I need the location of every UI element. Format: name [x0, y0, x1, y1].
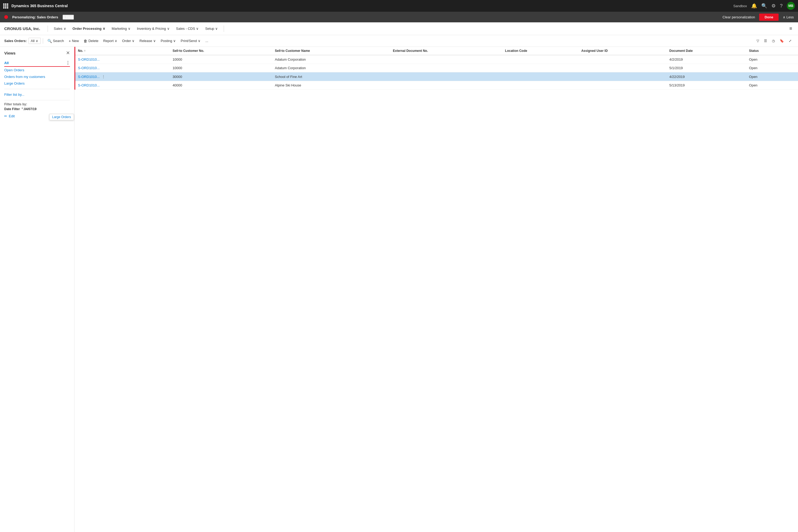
cell-ext-doc-no — [390, 55, 502, 64]
th-document-date[interactable]: Document Date — [667, 47, 746, 55]
cell-status: Open — [746, 72, 798, 81]
sidebar-item-open-orders[interactable]: Open Orders — [4, 67, 70, 73]
nav-item-inventory-pricing[interactable]: Inventory & Pricing ∨ — [134, 25, 172, 32]
cell-sell-to-no: 40000 — [170, 81, 272, 90]
filter-icon: ▽ — [757, 39, 759, 43]
personalizing-text: Personalizing: Sales Orders — [12, 15, 58, 19]
chevron-down-icon: ∨ — [36, 39, 38, 43]
table-row[interactable]: S-ORD1010... 10000 Adatum Corporation 4/… — [75, 55, 798, 64]
done-button[interactable]: Done — [759, 14, 779, 21]
sidebar-header: Views ✕ — [4, 50, 70, 56]
cell-assigned-user-id — [578, 72, 667, 81]
sidebar-close-button[interactable]: ✕ — [66, 50, 70, 56]
cell-sell-to-no: 10000 — [170, 55, 272, 64]
chevron-icon: ∨ — [63, 26, 66, 31]
nav-item-order-processing[interactable]: Order Processing ∨ — [70, 25, 108, 32]
cell-no: S-ORD1010... — [75, 64, 170, 72]
bell-icon[interactable]: 🔔 — [751, 3, 757, 9]
clock-icon-button[interactable]: ◷ — [770, 38, 777, 44]
personalizing-right: Clear personalization Done ∧ Less — [722, 14, 794, 21]
personalizing-bar: Personalizing: Sales Orders + Field Clea… — [0, 12, 798, 22]
order-link-0[interactable]: S-ORD1010... — [78, 57, 100, 61]
app-grid-icon[interactable] — [3, 3, 8, 8]
bookmark-icon: 🔖 — [780, 39, 784, 43]
order-button[interactable]: Order ∨ — [120, 38, 137, 44]
th-sell-to-name[interactable]: Sell-to Customer Name — [272, 47, 390, 55]
cell-sell-to-no: 10000 — [170, 64, 272, 72]
bookmark-icon-button[interactable]: 🔖 — [778, 38, 786, 44]
more-button[interactable]: ... — [203, 38, 210, 44]
app-title: Dynamics 365 Business Central — [12, 4, 730, 8]
search-icon-btn: 🔍 — [48, 39, 52, 43]
cell-assigned-user-id — [578, 55, 667, 64]
gear-icon[interactable]: ⚙ — [772, 3, 776, 9]
filter-totals-label: Filter totals by: — [4, 102, 70, 106]
list-view-button[interactable]: ☰ — [762, 38, 769, 44]
sidebar-item-dots-all[interactable]: ⋮ — [66, 60, 70, 65]
th-status[interactable]: Status — [746, 47, 798, 55]
sidebar: Views ✕ All ⋮ Open Orders Orders from my… — [0, 47, 75, 532]
action-divider-1 — [43, 38, 43, 44]
chevron-icon-marketing: ∨ — [128, 26, 131, 31]
new-button[interactable]: + New — [66, 38, 81, 44]
chevron-icon-setup: ∨ — [215, 26, 218, 31]
chevron-icon-report: ∨ — [115, 39, 117, 43]
th-no[interactable]: No. ↑ — [75, 47, 170, 55]
sidebar-item-orders-my-customers[interactable]: Orders from my customers — [4, 73, 70, 80]
filter-totals-section: Filter totals by: Date Filter ''.04/07/1… — [4, 102, 70, 111]
nav-item-marketing[interactable]: Marketing ∨ — [109, 25, 133, 32]
filter-list-button[interactable]: Filter list by... — [4, 91, 70, 98]
sidebar-item-large-orders[interactable]: Large Orders — [4, 80, 70, 87]
posting-button[interactable]: Posting ∨ — [158, 38, 178, 44]
filter-icon-button[interactable]: ▽ — [754, 38, 761, 44]
filter-totals-value: Date Filter ''.04/07/19 — [4, 107, 70, 111]
cell-sell-to-name: Adatum Corporation — [272, 55, 390, 64]
sidebar-item-all[interactable]: All ⋮ — [4, 59, 70, 67]
clear-personalization-button[interactable]: Clear personalization — [722, 15, 755, 19]
expand-icon-button[interactable]: ⤢ — [786, 38, 794, 44]
table-row[interactable]: S-ORD1010... 40000 Alpine Ski House 5/13… — [75, 81, 798, 90]
table-row[interactable]: S-ORD1010... ⋮ 30000 School of Fine Art … — [75, 72, 798, 81]
cell-document-date: 4/22/2019 — [667, 72, 746, 81]
help-icon[interactable]: ? — [780, 3, 783, 9]
report-button[interactable]: Report ∨ — [101, 38, 119, 44]
search-icon[interactable]: 🔍 — [761, 3, 767, 9]
filter-all-dropdown[interactable]: All ∨ — [28, 38, 41, 44]
table-header-row: No. ↑ Sell-to Customer No. Sell-to Custo… — [75, 47, 798, 55]
th-location-code[interactable]: Location Code — [502, 47, 579, 55]
order-link-2[interactable]: S-ORD1010... — [78, 75, 100, 79]
print-send-button[interactable]: Print/Send ∨ — [178, 38, 203, 44]
cell-location-code — [502, 64, 579, 72]
cell-no: S-ORD1010... — [75, 55, 170, 64]
order-link-1[interactable]: S-ORD1010... — [78, 66, 100, 70]
add-field-button[interactable]: + Field — [62, 15, 74, 20]
search-button[interactable]: 🔍 Search — [45, 38, 66, 44]
nav-item-sales[interactable]: Sales ∨ — [51, 25, 69, 32]
order-link-3[interactable]: S-ORD1010... — [78, 83, 100, 87]
sidebar-title: Views — [4, 51, 15, 55]
top-bar: Dynamics 365 Business Central Sandbox 🔔 … — [0, 0, 798, 12]
cell-ext-doc-no — [390, 72, 502, 81]
th-ext-doc-no[interactable]: External Document No. — [390, 47, 502, 55]
nav-divider-1 — [48, 25, 48, 32]
less-button[interactable]: ∧ Less — [783, 15, 794, 19]
orders-table: No. ↑ Sell-to Customer No. Sell-to Custo… — [75, 47, 798, 90]
row-menu-btn-2[interactable]: ⋮ — [100, 75, 107, 79]
cell-assigned-user-id — [578, 64, 667, 72]
table-row[interactable]: S-ORD1010... 10000 Adatum Corporation 5/… — [75, 64, 798, 72]
th-assigned-user-id[interactable]: Assigned User ID — [578, 47, 667, 55]
personalizing-dot — [4, 15, 8, 19]
cell-document-date: 5/13/2019 — [667, 81, 746, 90]
nav-item-sales-cds[interactable]: Sales - CDS ∨ — [173, 25, 202, 32]
user-avatar[interactable]: MB — [787, 2, 795, 10]
release-button[interactable]: Release ∨ — [137, 38, 158, 44]
sidebar-divider-1 — [4, 89, 70, 89]
edit-button[interactable]: ✏ Edit — [4, 114, 70, 118]
nav-divider-2 — [224, 25, 224, 32]
cell-assigned-user-id — [578, 81, 667, 90]
plus-icon: + — [69, 39, 71, 43]
nav-item-setup[interactable]: Setup ∨ — [203, 25, 221, 32]
th-sell-to-no[interactable]: Sell-to Customer No. — [170, 47, 272, 55]
nav-hamburger-icon[interactable]: ≡ — [787, 24, 794, 33]
delete-button[interactable]: 🗑 Delete — [81, 38, 100, 44]
